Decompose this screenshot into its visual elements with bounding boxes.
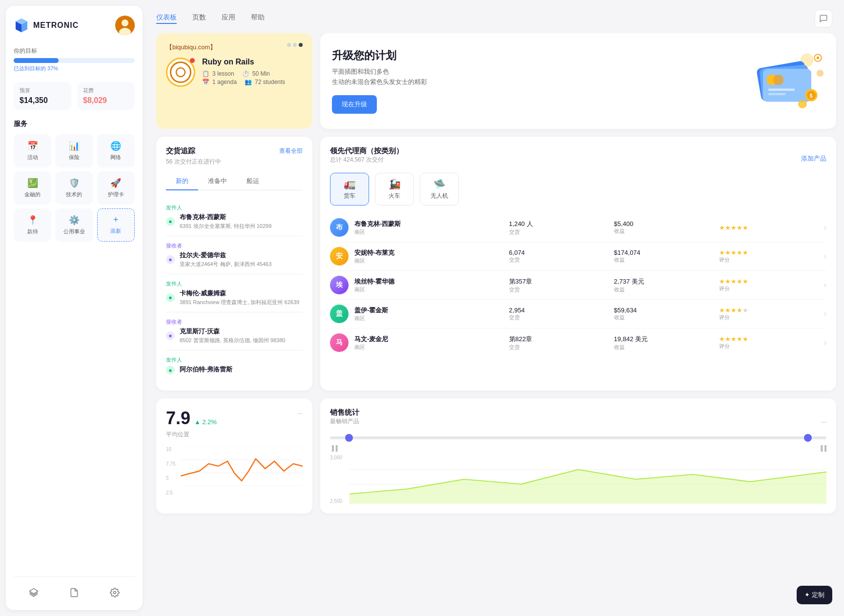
service-hospitality[interactable]: 📍 款待: [14, 208, 51, 242]
course-meta-students: 👥 72 students: [245, 79, 285, 85]
nav-apps[interactable]: 应用: [222, 13, 235, 24]
upgrade-button[interactable]: 现在升级: [332, 95, 377, 114]
sender-addr-1: 6391 埃尔全全塞莱斯, 特拉华州 10299: [180, 223, 271, 230]
sender-label-2: 发件人: [166, 280, 303, 287]
sidebar-bottom: [14, 576, 135, 600]
logo-container: METRONIC: [14, 18, 79, 33]
agent-row-1: 布 布鲁克林-西蒙斯 南区 1,240 人 交货 $5,400 收益: [330, 213, 826, 242]
upgrade-illustration: $: [737, 47, 824, 115]
agent-revenue-1: $5,400 收益: [614, 220, 713, 235]
agent-arrow-2[interactable]: ›: [824, 252, 826, 261]
receiver-icon-2: ●: [166, 331, 175, 340]
delivery-item-5: 发件人 ● 阿尔伯特-弗洛雷斯: [166, 350, 303, 381]
svg-rect-17: [768, 89, 795, 91]
course-meta-pair-2: 📅 1 agenda 👥 72 students: [202, 79, 303, 85]
course-thumbnail: [166, 58, 195, 87]
slider-right-thumb[interactable]: [804, 434, 812, 442]
sales-header: 销售统计 最畅销产品 ...: [330, 408, 826, 432]
agent-arrow-1[interactable]: ›: [824, 223, 826, 232]
nav-help[interactable]: 帮助: [251, 13, 265, 24]
tech-label: 技术的: [66, 191, 82, 197]
agent-arrow-5[interactable]: ›: [824, 338, 826, 347]
tab-preparing[interactable]: 准备中: [198, 173, 237, 190]
service-activities[interactable]: 📅 活动: [14, 134, 51, 167]
add-label: 添新: [110, 228, 121, 234]
delivery-item-3: 发件人 ● 卡梅伦-威廉姆森 3891 Ranchview 理查森博士, 加利福…: [166, 274, 303, 312]
agent-initials-3: 埃: [330, 276, 349, 294]
agent-delivery-label-2: 交货: [509, 256, 608, 264]
slider-left-thumb[interactable]: [345, 434, 353, 442]
customize-button[interactable]: ✦ 定制: [797, 586, 832, 604]
document-icon-btn[interactable]: [66, 585, 82, 600]
tab-new[interactable]: 新的: [166, 173, 198, 190]
y-25: 2.5: [166, 490, 175, 495]
sender-label-3: 发件人: [166, 356, 303, 364]
svg-point-16: [773, 75, 784, 85]
service-public[interactable]: ⚙️ 公用事业: [55, 208, 93, 242]
agent-arrow-3[interactable]: ›: [824, 281, 826, 289]
delivery-item-4: 接收者 ● 克里斯汀-沃森 8502 普雷斯顿路, 英格尔伍德, 缅因州 983…: [166, 312, 303, 350]
activities-label: 活动: [27, 154, 38, 160]
nav-pages[interactable]: 页数: [192, 13, 206, 24]
sender-label-1: 发件人: [166, 204, 303, 211]
agents-header: 领先代理商（按类别） 总计 424,567 次交付 添加产品: [330, 146, 826, 171]
sales-more-btn[interactable]: ...: [821, 417, 826, 424]
spend-label: 花费: [83, 87, 129, 94]
add-product-button[interactable]: 添加产品: [801, 154, 826, 163]
rating-label-2: 评分: [719, 256, 818, 264]
tab-train[interactable]: 🚂 火车: [375, 173, 414, 205]
service-finance[interactable]: 💹 金融的: [14, 171, 51, 205]
add-icon: +: [102, 215, 130, 225]
nav-dashboard[interactable]: 仪表板: [156, 13, 177, 24]
drone-label: 无人机: [431, 192, 448, 200]
user-avatar[interactable]: [115, 16, 135, 35]
agent-stars-5: ★★★★★ 评分: [719, 335, 818, 350]
agents-category-tabs: 🚛 货车 🚂 火车 🛸 无人机: [330, 173, 826, 205]
settings-icon-btn[interactable]: [107, 585, 123, 600]
service-insurance[interactable]: 📊 保险: [55, 134, 93, 167]
agent-arrow-4[interactable]: ›: [824, 309, 826, 318]
y-775: 7.75: [166, 461, 175, 467]
agent-avatar-2: 安: [330, 247, 349, 266]
agent-row-3: 埃 埃丝特-霍华德 南区 第357章 交货 2,737 美元 收益: [330, 271, 826, 300]
service-nursing[interactable]: 🚀 护理卡: [97, 171, 135, 205]
goal-label: 你的目标: [14, 47, 135, 55]
delivery-tabs: 新的 准备中 船运: [166, 173, 303, 190]
agent-info-4: 盖伊-霍金斯 南区: [354, 306, 503, 322]
sales-slider-track: [330, 436, 826, 439]
upgrade-card: 升级您的计划 平面插图和我们多色 生动的未混合紫色头发女士的精彩 现在升级: [320, 33, 836, 129]
agent-region-4: 南区: [354, 315, 503, 322]
rating-label-5: 评分: [719, 343, 818, 350]
tab-shipping[interactable]: 船运: [237, 173, 269, 190]
tab-drone[interactable]: 🛸 无人机: [420, 173, 459, 205]
agent-delivery-label-1: 交货: [509, 228, 608, 236]
stats-widget: 7.9 ▲ 2.2% 平均位置 ... 10 7.75 5 2.5: [156, 398, 312, 513]
view-all-link[interactable]: 查看全部: [279, 147, 303, 155]
svg-point-8: [113, 592, 116, 594]
service-tech[interactable]: 🛡️ 技术的: [55, 171, 93, 205]
row-2: 交货追踪 查看全部 56 次交付正在进行中 新的 准备中 船运 发件人 ●: [156, 137, 836, 390]
sender-icon-1: ●: [166, 217, 175, 226]
stats-more-btn[interactable]: ...: [297, 408, 303, 415]
message-icon-btn[interactable]: [815, 10, 832, 27]
network-label: 网络: [110, 154, 121, 160]
truck-icon: 🚛: [344, 178, 356, 190]
layers-icon-btn[interactable]: [26, 585, 41, 600]
agent-delivery-val-5: 第822章: [509, 335, 608, 344]
tab-truck[interactable]: 🚛 货车: [330, 173, 369, 205]
agent-name-5: 马文-麦金尼: [354, 335, 503, 344]
train-icon: 🚂: [389, 178, 401, 190]
service-network[interactable]: 🌐 网络: [97, 134, 135, 167]
agents-subtitle: 总计 424,567 次交付: [330, 156, 403, 164]
course-card: 【biqubiqu.com】: [156, 33, 312, 129]
agent-name-1: 布鲁克林-西蒙斯: [354, 220, 503, 228]
sales-y-2500: 2,500: [330, 498, 342, 504]
agent-row-2: 安 安妮特-布莱克 南区 6,074 交货 $174,074 收益: [330, 242, 826, 271]
upgrade-desc-line1: 平面插图和我们多色: [332, 68, 389, 75]
range-start-icon: ▐▐: [330, 445, 338, 451]
svg-text:$: $: [809, 93, 812, 99]
public-icon: ⚙️: [60, 215, 88, 226]
agent-row-4: 盖 盖伊-霍金斯 南区 2,954 交货 $59,634 收益: [330, 300, 826, 329]
agent-stars-1: ★★★★★: [719, 224, 818, 231]
service-add[interactable]: + 添新: [97, 208, 135, 242]
